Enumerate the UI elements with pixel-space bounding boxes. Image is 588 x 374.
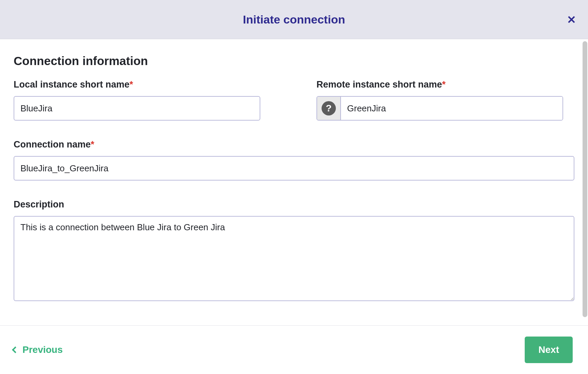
remote-instance-label-text: Remote instance short name [316, 79, 442, 90]
local-instance-label-text: Local instance short name [14, 79, 130, 90]
local-instance-field: Local instance short name* [14, 79, 260, 121]
scrollbar-track[interactable] [582, 39, 588, 325]
modal-body: Connection information Local instance sh… [0, 39, 588, 325]
previous-button-label: Previous [22, 344, 63, 355]
chevron-left-icon [12, 346, 19, 353]
connection-name-input[interactable] [14, 156, 574, 181]
help-icon: ? [322, 101, 336, 115]
connection-name-label: Connection name* [14, 139, 574, 150]
local-instance-input[interactable] [14, 96, 260, 121]
section-title: Connection information [14, 54, 574, 68]
required-marker: * [91, 139, 95, 150]
description-field: Description [14, 199, 574, 301]
required-marker: * [442, 79, 446, 90]
remote-instance-input[interactable] [341, 97, 562, 120]
scrollbar-thumb[interactable] [583, 41, 587, 317]
connection-name-label-text: Connection name [14, 139, 91, 150]
description-label: Description [14, 199, 574, 210]
local-instance-label: Local instance short name* [14, 79, 260, 90]
required-marker: * [130, 79, 133, 90]
instance-row: Local instance short name* Remote instan… [14, 79, 574, 121]
modal-footer: Previous Next [0, 325, 588, 374]
connection-name-field: Connection name* [14, 139, 574, 181]
modal-title: Initiate connection [243, 13, 345, 26]
remote-instance-label: Remote instance short name* [316, 79, 563, 90]
close-icon: ✕ [567, 14, 576, 26]
previous-button[interactable]: Previous [13, 344, 63, 355]
modal-header: Initiate connection ✕ [0, 0, 588, 39]
description-textarea[interactable] [14, 216, 574, 301]
remote-instance-field: Remote instance short name* ? [316, 79, 563, 121]
close-button[interactable]: ✕ [567, 14, 576, 25]
next-button[interactable]: Next [525, 337, 573, 363]
remote-instance-input-group: ? [316, 96, 563, 121]
remote-help-addon[interactable]: ? [317, 97, 341, 120]
